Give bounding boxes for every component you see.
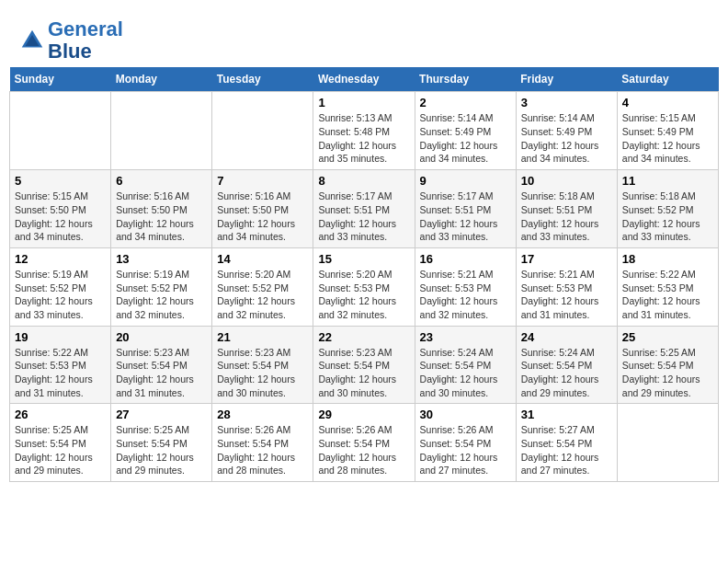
day-number: 22 — [318, 330, 409, 344]
calendar-cell: 28Sunrise: 5:26 AM Sunset: 5:54 PM Dayli… — [212, 404, 313, 482]
calendar-cell: 17Sunrise: 5:21 AM Sunset: 5:53 PM Dayli… — [516, 247, 617, 326]
day-number: 30 — [420, 408, 511, 421]
calendar-cell: 26Sunrise: 5:25 AM Sunset: 5:54 PM Dayli… — [10, 404, 111, 482]
day-number: 5 — [15, 174, 106, 188]
day-number: 25 — [622, 330, 713, 344]
day-info: Sunrise: 5:16 AM Sunset: 5:50 PM Dayligh… — [116, 190, 207, 244]
day-number: 27 — [116, 408, 207, 421]
day-info: Sunrise: 5:23 AM Sunset: 5:54 PM Dayligh… — [318, 346, 409, 400]
calendar-week-row: 5Sunrise: 5:15 AM Sunset: 5:50 PM Daylig… — [10, 170, 719, 248]
calendar-cell: 15Sunrise: 5:20 AM Sunset: 5:53 PM Dayli… — [313, 247, 415, 326]
calendar-cell: 2Sunrise: 5:14 AM Sunset: 5:49 PM Daylig… — [415, 92, 516, 170]
calendar-week-row: 1Sunrise: 5:13 AM Sunset: 5:48 PM Daylig… — [10, 92, 719, 170]
day-info: Sunrise: 5:14 AM Sunset: 5:49 PM Dayligh… — [420, 111, 511, 166]
day-info: Sunrise: 5:18 AM Sunset: 5:52 PM Dayligh… — [622, 190, 713, 244]
calendar-cell: 19Sunrise: 5:22 AM Sunset: 5:53 PM Dayli… — [10, 326, 111, 404]
day-number: 6 — [116, 174, 207, 188]
day-info: Sunrise: 5:24 AM Sunset: 5:54 PM Dayligh… — [521, 346, 612, 400]
calendar-cell — [10, 92, 111, 170]
calendar-cell: 21Sunrise: 5:23 AM Sunset: 5:54 PM Dayli… — [212, 326, 313, 404]
day-info: Sunrise: 5:20 AM Sunset: 5:53 PM Dayligh… — [318, 268, 409, 322]
weekday-header: Wednesday — [313, 67, 415, 92]
calendar-cell: 31Sunrise: 5:27 AM Sunset: 5:54 PM Dayli… — [516, 404, 617, 482]
day-number: 10 — [521, 174, 612, 188]
day-info: Sunrise: 5:23 AM Sunset: 5:54 PM Dayligh… — [217, 346, 308, 400]
day-number: 9 — [420, 174, 511, 188]
calendar-week-row: 12Sunrise: 5:19 AM Sunset: 5:52 PM Dayli… — [10, 247, 719, 326]
day-number: 19 — [15, 330, 106, 344]
calendar-cell — [212, 92, 313, 170]
weekday-header: Monday — [111, 67, 212, 92]
calendar-cell: 12Sunrise: 5:19 AM Sunset: 5:52 PM Dayli… — [10, 247, 111, 326]
calendar-cell: 8Sunrise: 5:17 AM Sunset: 5:51 PM Daylig… — [313, 170, 415, 248]
calendar-cell: 23Sunrise: 5:24 AM Sunset: 5:54 PM Dayli… — [415, 326, 516, 404]
day-info: Sunrise: 5:16 AM Sunset: 5:50 PM Dayligh… — [217, 190, 308, 244]
calendar-cell: 11Sunrise: 5:18 AM Sunset: 5:52 PM Dayli… — [617, 170, 718, 248]
day-info: Sunrise: 5:17 AM Sunset: 5:51 PM Dayligh… — [420, 190, 511, 244]
calendar-cell: 18Sunrise: 5:22 AM Sunset: 5:53 PM Dayli… — [617, 247, 718, 326]
calendar-header: SundayMondayTuesdayWednesdayThursdayFrid… — [10, 67, 719, 92]
day-number: 15 — [318, 252, 409, 266]
day-info: Sunrise: 5:21 AM Sunset: 5:53 PM Dayligh… — [521, 268, 612, 322]
weekday-header: Friday — [516, 67, 617, 92]
day-info: Sunrise: 5:19 AM Sunset: 5:52 PM Dayligh… — [116, 268, 207, 322]
day-number: 14 — [217, 252, 308, 266]
calendar-cell: 27Sunrise: 5:25 AM Sunset: 5:54 PM Dayli… — [111, 404, 212, 482]
calendar-cell: 14Sunrise: 5:20 AM Sunset: 5:52 PM Dayli… — [212, 247, 313, 326]
calendar-table: SundayMondayTuesdayWednesdayThursdayFrid… — [9, 67, 719, 482]
day-number: 11 — [622, 174, 713, 188]
day-info: Sunrise: 5:20 AM Sunset: 5:52 PM Dayligh… — [217, 268, 308, 322]
day-number: 31 — [521, 408, 612, 421]
day-info: Sunrise: 5:22 AM Sunset: 5:53 PM Dayligh… — [15, 346, 106, 400]
day-info: Sunrise: 5:17 AM Sunset: 5:51 PM Dayligh… — [318, 190, 409, 244]
calendar-cell: 22Sunrise: 5:23 AM Sunset: 5:54 PM Dayli… — [313, 326, 415, 404]
weekday-header-row: SundayMondayTuesdayWednesdayThursdayFrid… — [10, 67, 719, 92]
day-number: 17 — [521, 252, 612, 266]
calendar-cell: 13Sunrise: 5:19 AM Sunset: 5:52 PM Dayli… — [111, 247, 212, 326]
calendar-cell: 5Sunrise: 5:15 AM Sunset: 5:50 PM Daylig… — [10, 170, 111, 248]
day-number: 12 — [15, 252, 106, 266]
calendar-cell: 25Sunrise: 5:25 AM Sunset: 5:54 PM Dayli… — [617, 326, 718, 404]
calendar-body: 1Sunrise: 5:13 AM Sunset: 5:48 PM Daylig… — [10, 92, 719, 482]
weekday-header: Saturday — [617, 67, 718, 92]
day-info: Sunrise: 5:24 AM Sunset: 5:54 PM Dayligh… — [420, 346, 511, 400]
page-header: General Blue — [9, 9, 719, 67]
day-number: 1 — [318, 96, 409, 109]
day-info: Sunrise: 5:22 AM Sunset: 5:53 PM Dayligh… — [622, 268, 713, 322]
calendar-cell: 30Sunrise: 5:26 AM Sunset: 5:54 PM Dayli… — [415, 404, 516, 482]
day-number: 23 — [420, 330, 511, 344]
logo-icon — [18, 27, 46, 54]
day-number: 3 — [521, 96, 612, 109]
day-number: 2 — [420, 96, 511, 109]
day-info: Sunrise: 5:21 AM Sunset: 5:53 PM Dayligh… — [420, 268, 511, 322]
day-info: Sunrise: 5:26 AM Sunset: 5:54 PM Dayligh… — [217, 423, 308, 477]
day-info: Sunrise: 5:18 AM Sunset: 5:51 PM Dayligh… — [521, 190, 612, 244]
calendar-cell — [111, 92, 212, 170]
day-info: Sunrise: 5:25 AM Sunset: 5:54 PM Dayligh… — [622, 346, 713, 400]
day-number: 4 — [622, 96, 713, 109]
day-info: Sunrise: 5:15 AM Sunset: 5:49 PM Dayligh… — [622, 111, 713, 166]
logo: General Blue — [18, 18, 123, 63]
calendar-cell: 20Sunrise: 5:23 AM Sunset: 5:54 PM Dayli… — [111, 326, 212, 404]
logo-text: General Blue — [48, 18, 123, 63]
calendar-cell — [617, 404, 718, 482]
day-number: 26 — [15, 408, 106, 421]
calendar-cell: 10Sunrise: 5:18 AM Sunset: 5:51 PM Dayli… — [516, 170, 617, 248]
weekday-header: Tuesday — [212, 67, 313, 92]
day-info: Sunrise: 5:26 AM Sunset: 5:54 PM Dayligh… — [420, 423, 511, 477]
day-number: 21 — [217, 330, 308, 344]
day-number: 28 — [217, 408, 308, 421]
day-info: Sunrise: 5:15 AM Sunset: 5:50 PM Dayligh… — [15, 190, 106, 244]
day-info: Sunrise: 5:23 AM Sunset: 5:54 PM Dayligh… — [116, 346, 207, 400]
day-info: Sunrise: 5:25 AM Sunset: 5:54 PM Dayligh… — [116, 423, 207, 477]
day-number: 16 — [420, 252, 511, 266]
calendar-week-row: 26Sunrise: 5:25 AM Sunset: 5:54 PM Dayli… — [10, 404, 719, 482]
day-info: Sunrise: 5:27 AM Sunset: 5:54 PM Dayligh… — [521, 423, 612, 477]
weekday-header: Sunday — [10, 67, 111, 92]
calendar-cell: 3Sunrise: 5:14 AM Sunset: 5:49 PM Daylig… — [516, 92, 617, 170]
calendar-cell: 1Sunrise: 5:13 AM Sunset: 5:48 PM Daylig… — [313, 92, 415, 170]
day-number: 20 — [116, 330, 207, 344]
day-info: Sunrise: 5:26 AM Sunset: 5:54 PM Dayligh… — [318, 423, 409, 477]
calendar-cell: 7Sunrise: 5:16 AM Sunset: 5:50 PM Daylig… — [212, 170, 313, 248]
day-number: 7 — [217, 174, 308, 188]
